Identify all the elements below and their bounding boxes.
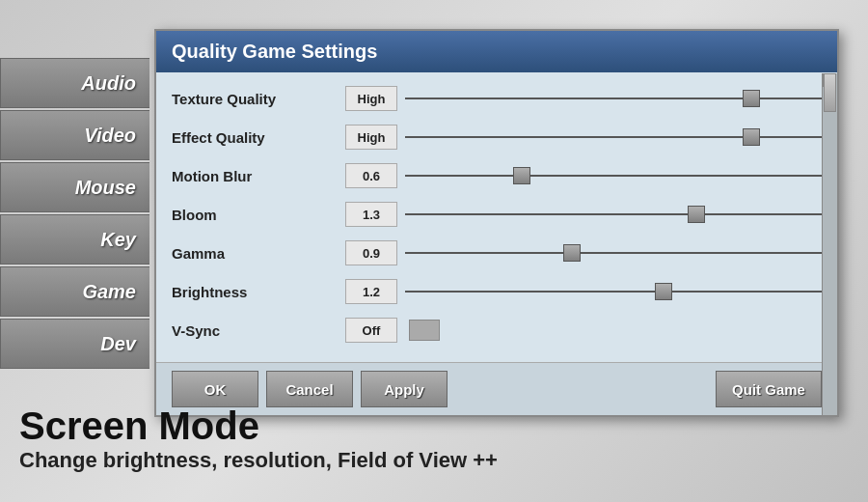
vsync-row: V-Sync Off [172, 314, 822, 347]
vsync-label: V-Sync [172, 322, 345, 339]
gamma-slider[interactable] [405, 243, 822, 263]
bloom-label: Bloom [172, 207, 345, 223]
brightness-row: Brightness 1.2 [172, 275, 822, 308]
apply-button[interactable]: Apply [361, 371, 448, 407]
slider-thumb[interactable] [563, 244, 581, 262]
vsync-toggle[interactable] [409, 320, 440, 341]
slider-thumb[interactable] [743, 128, 760, 146]
slider-track [405, 291, 822, 293]
gamma-row: Gamma 0.9 [172, 237, 822, 269]
bloom-value: 1.3 [345, 202, 397, 227]
slider-track [405, 213, 822, 215]
effect-quality-row: Effect Quality High [172, 121, 822, 153]
effect-quality-value: High [345, 125, 397, 150]
slider-thumb[interactable] [743, 90, 760, 107]
sidebar: Audio Video Mouse Key Game Dev [0, 58, 149, 369]
quit-button[interactable]: Quit Game [716, 371, 822, 407]
texture-quality-value: High [345, 86, 397, 111]
bloom-row: Bloom 1.3 [172, 198, 822, 231]
slider-track [405, 175, 822, 177]
effect-quality-slider[interactable] [405, 127, 822, 147]
vsync-value: Off [345, 318, 397, 343]
sidebar-item-key[interactable]: Key [0, 214, 149, 265]
bottom-subtitle: Change brightness, resolution, Field of … [19, 448, 498, 473]
gamma-value: 0.9 [345, 240, 397, 265]
texture-quality-row: Texture Quality High [172, 82, 822, 115]
slider-thumb[interactable] [655, 283, 672, 300]
brightness-slider[interactable] [405, 282, 822, 301]
bottom-title: Screen Mode [19, 404, 498, 448]
texture-quality-slider[interactable] [405, 89, 822, 108]
sidebar-item-mouse[interactable]: Mouse [0, 162, 149, 212]
bottom-text-area: Screen Mode Change brightness, resolutio… [19, 404, 498, 473]
brightness-value: 1.2 [345, 279, 397, 304]
sidebar-item-dev[interactable]: Dev [0, 319, 149, 369]
cancel-button[interactable]: Cancel [266, 371, 353, 407]
gamma-label: Gamma [172, 245, 345, 262]
effect-quality-label: Effect Quality [172, 129, 345, 146]
motion-blur-row: Motion Blur 0.6 [172, 159, 822, 192]
dialog-content: Texture Quality High Effect Quality High… [156, 72, 837, 362]
slider-thumb[interactable] [513, 167, 530, 184]
motion-blur-value: 0.6 [345, 163, 397, 188]
bloom-slider[interactable] [405, 205, 822, 224]
brightness-label: Brightness [172, 284, 345, 300]
ok-button[interactable]: OK [172, 371, 258, 407]
dialog-title: Quality Game Settings [156, 31, 837, 72]
sidebar-item-audio[interactable]: Audio [0, 58, 149, 108]
slider-thumb[interactable] [688, 206, 705, 223]
texture-quality-label: Texture Quality [172, 91, 345, 107]
scrollbar-thumb[interactable] [824, 73, 836, 112]
settings-dialog: Quality Game Settings Texture Quality Hi… [154, 29, 839, 417]
sidebar-item-video[interactable]: Video [0, 110, 149, 160]
sidebar-item-game[interactable]: Game [0, 266, 149, 317]
scrollbar[interactable]: ▲ [822, 73, 837, 415]
motion-blur-label: Motion Blur [172, 168, 345, 184]
slider-track [405, 252, 822, 254]
motion-blur-slider[interactable] [405, 166, 822, 185]
